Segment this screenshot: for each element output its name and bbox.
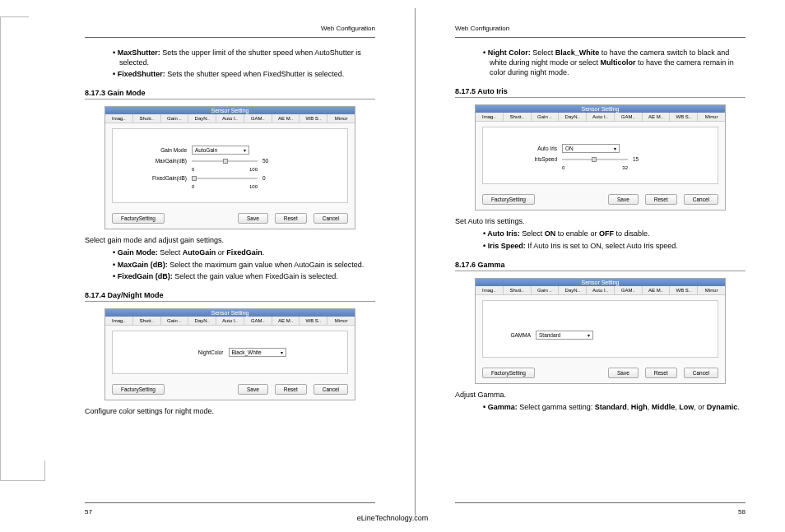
tab[interactable]: Mirror — [698, 113, 725, 121]
save-button[interactable]: Save — [608, 368, 639, 378]
panel-title: Sensor Setting — [105, 107, 355, 114]
bullet: FixedGain (dB): Select the gain value wh… — [109, 271, 375, 281]
label: NightColor — [174, 349, 224, 355]
tab[interactable]: Gain .. — [532, 113, 560, 121]
slider-irisspeed[interactable] — [562, 157, 628, 162]
tab[interactable]: Mirror — [327, 317, 355, 325]
dropdown-autoiris[interactable]: ON▾ — [562, 144, 620, 153]
tab[interactable]: AE M.. — [643, 286, 671, 294]
tab[interactable]: Shutt.. — [504, 113, 532, 121]
factory-button[interactable]: FactorySetting — [482, 368, 535, 378]
tab[interactable]: Imag.. — [476, 113, 504, 121]
label: IrisSpeed — [491, 156, 557, 162]
caption: Adjust Gamma. — [455, 391, 746, 399]
panel-gamma: Sensor Setting Imag..Shutt..Gain ..DayN.… — [475, 278, 726, 384]
caption: Set Auto Iris settings. — [455, 217, 746, 225]
tab[interactable]: Auto I.. — [587, 113, 615, 121]
tab[interactable]: AE M.. — [272, 114, 300, 123]
tab[interactable]: Gain .. — [161, 114, 189, 123]
reset-button[interactable]: Reset — [645, 368, 677, 378]
tab[interactable]: AE M.. — [272, 317, 300, 325]
panel-title: Sensor Setting — [476, 279, 725, 286]
tab[interactable]: Gain .. — [161, 317, 189, 325]
tab[interactable]: Auto I.. — [216, 317, 244, 325]
tab[interactable]: Imag.. — [476, 286, 504, 294]
save-button[interactable]: Save — [608, 194, 639, 205]
panel-autoiris: Sensor Setting Imag..Shutt..Gain ..DayN.… — [475, 104, 726, 210]
bullet: FixedShutter: Sets the shutter speed whe… — [109, 69, 375, 79]
label: GAMMA — [491, 332, 531, 338]
page-header: Web Configuration — [85, 25, 375, 32]
slider-maxgain[interactable] — [192, 159, 258, 164]
label: Auto Iris — [491, 146, 557, 151]
label: Gain Mode — [121, 147, 187, 153]
tab[interactable]: WB S.. — [670, 113, 698, 121]
panel-daynight: Sensor Setting Imag..Shutt..Gain ..DayN.… — [105, 308, 355, 400]
tab[interactable]: Shutt.. — [133, 114, 161, 123]
dropdown-nightcolor[interactable]: Black_White▾ — [229, 348, 286, 357]
tab[interactable]: WB S.. — [670, 286, 698, 294]
reset-button[interactable]: Reset — [645, 194, 677, 205]
bullet: MaxGain (dB): Select the maximum gain va… — [109, 260, 375, 270]
tab[interactable]: GAM.. — [244, 114, 272, 123]
page-left: Web Configuration MaxShutter: Sets the u… — [45, 0, 415, 532]
tab[interactable]: WB S.. — [300, 114, 327, 123]
chevron-down-icon: ▾ — [281, 349, 283, 355]
rule — [85, 37, 375, 38]
factory-button[interactable]: FactorySetting — [112, 213, 165, 224]
tabs: Imag..Shutt..Gain ..DayN..Auto I..GAM..A… — [105, 114, 355, 123]
tab[interactable]: DayN.. — [559, 286, 587, 294]
tab[interactable]: GAM.. — [615, 113, 643, 121]
crop-mark — [0, 16, 29, 477]
page-right: Web Configuration Night Color: Select Bl… — [416, 0, 785, 532]
rule — [85, 99, 375, 99]
tab[interactable]: GAM.. — [244, 317, 272, 325]
chevron-down-icon: ▾ — [614, 146, 616, 151]
tab[interactable]: Shutt.. — [504, 286, 532, 294]
caption: Select gain mode and adjust gain setting… — [85, 236, 375, 244]
tab[interactable]: Gain .. — [532, 286, 560, 294]
label: MaxGain(dB) — [121, 158, 187, 164]
chevron-down-icon: ▾ — [588, 332, 590, 338]
tab[interactable]: GAM.. — [615, 286, 643, 294]
dropdown-gain-mode[interactable]: AutoGain▾ — [192, 146, 249, 155]
section-daynight: 8.17.4 Day/Night Mode — [85, 291, 375, 299]
tab[interactable]: DayN.. — [188, 317, 216, 325]
tab[interactable]: Imag.. — [105, 317, 133, 325]
factory-button[interactable]: FactorySetting — [112, 384, 165, 395]
reset-button[interactable]: Reset — [275, 384, 307, 395]
save-button[interactable]: Save — [238, 384, 268, 395]
slider-fixedgain[interactable] — [192, 176, 258, 181]
cancel-button[interactable]: Cancel — [314, 213, 348, 224]
tab[interactable]: WB S.. — [300, 317, 327, 325]
page-number: 58 — [455, 502, 746, 516]
chevron-down-icon: ▾ — [244, 147, 246, 153]
site-url: eLineTechnology.com — [357, 514, 428, 522]
tab[interactable]: DayN.. — [559, 113, 587, 121]
label: FixedGain(dB) — [121, 175, 187, 181]
rule — [85, 301, 375, 302]
bullet: Gamma: Select gamma setting: Standard, H… — [480, 402, 746, 412]
tab[interactable]: Auto I.. — [587, 286, 615, 294]
panel-gain: Sensor Setting Imag..Shutt..Gain ..DayN.… — [105, 106, 355, 229]
tab[interactable]: Mirror — [327, 114, 355, 123]
tab[interactable]: Mirror — [698, 286, 725, 294]
cancel-button[interactable]: Cancel — [684, 194, 718, 205]
tab[interactable]: Auto I.. — [216, 114, 244, 123]
page-number: 57 — [85, 502, 375, 516]
cancel-button[interactable]: Cancel — [314, 384, 348, 395]
factory-button[interactable]: FactorySetting — [482, 194, 535, 205]
reset-button[interactable]: Reset — [275, 213, 307, 224]
bullet: Iris Speed: If Auto Iris is set to ON, s… — [480, 241, 746, 251]
tab[interactable]: DayN.. — [188, 114, 216, 123]
tab[interactable]: AE M.. — [643, 113, 671, 121]
tab[interactable]: Imag.. — [105, 114, 133, 123]
section-gain-mode: 8.17.3 Gain Mode — [85, 89, 375, 97]
save-button[interactable]: Save — [238, 213, 268, 224]
bullet: Night Color: Select Black_White to have … — [480, 48, 746, 77]
cancel-button[interactable]: Cancel — [684, 368, 718, 378]
panel-title: Sensor Setting — [105, 309, 355, 317]
tab[interactable]: Shutt.. — [133, 317, 161, 325]
rule — [455, 37, 746, 38]
dropdown-gamma[interactable]: Standard▾ — [536, 331, 593, 340]
